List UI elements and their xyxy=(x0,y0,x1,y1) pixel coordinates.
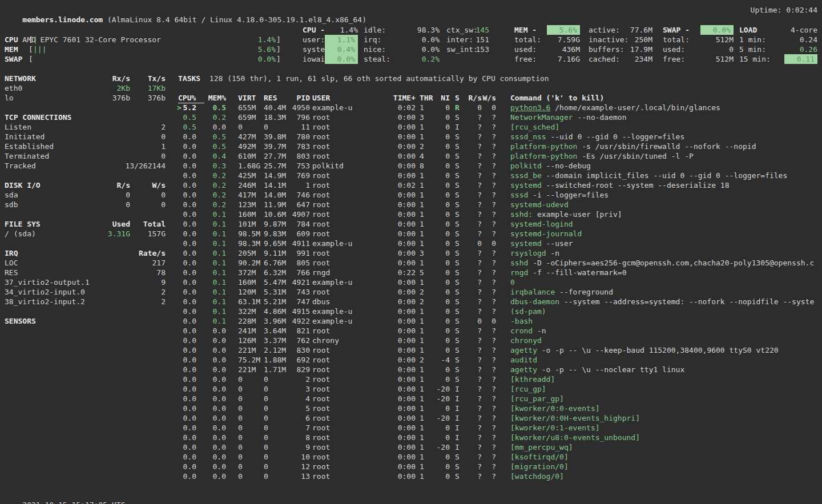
proc-mem: 0.0 xyxy=(204,336,226,345)
bar-label: CPU xyxy=(5,35,18,45)
process-row[interactable]: 0.00.00012root0:0010S??[migration/0] xyxy=(0,462,822,471)
proc-status: S xyxy=(455,132,460,142)
process-row[interactable]: 0.00.1228M3.96M4922example-u0:0010S00-ba… xyxy=(0,316,822,326)
proc-cpu: 0.0 xyxy=(180,433,196,442)
proc-command-name: systemd xyxy=(510,181,542,189)
stat-value: 0.24 xyxy=(800,35,817,45)
proc-command-args: -o -p -- \u --noclear tty1 linux xyxy=(537,365,684,374)
process-row[interactable]: 0.00.190.2M6.76M805root0:0010S??sshd -D … xyxy=(0,258,822,268)
process-row[interactable]: 0.00.1120M5.31M743root0:0020S??irqbalanc… xyxy=(0,287,822,297)
proc-cpu: 0.0 xyxy=(180,471,196,481)
proc-write-per-sec: ? xyxy=(482,355,496,365)
proc-cpu: 0.5 xyxy=(180,122,196,132)
process-row[interactable]: 0.00.2123M11.9M647root0:0010S??systemd-u… xyxy=(0,200,822,209)
proc-mem: 0.1 xyxy=(204,268,226,277)
proc-command: (sd-pam) xyxy=(510,307,822,316)
process-row[interactable]: >5.20.5655M40.4M4950example-u0:0210R00py… xyxy=(0,103,822,112)
process-row[interactable]: 0.00.1160M5.47M4921example-u0:0010S??0 xyxy=(0,277,822,287)
proc-command: -bash xyxy=(510,316,822,326)
proc-cpu: 0.0 xyxy=(180,277,196,287)
proc-write-per-sec: ? xyxy=(482,307,496,316)
process-row[interactable]: 0.00.5427M39.8M780root0:0010S??sssd_nss … xyxy=(0,132,822,142)
process-row[interactable]: 0.00.0008root0:0010I??[kworker/u8:0-even… xyxy=(0,433,822,442)
process-row[interactable]: 0.00.075.2M1.88M692root0:002-4S??auditd xyxy=(0,355,822,365)
proc-thr: 1 xyxy=(420,471,424,481)
proc-mem: 0.0 xyxy=(204,413,226,423)
process-row[interactable]: 0.00.0007root0:0010I??[kworker/0:1-event… xyxy=(0,423,822,433)
process-row[interactable]: 0.00.0006root0:001-20I??[kworker/0:0H-ev… xyxy=(0,413,822,423)
proc-status: S xyxy=(455,209,460,219)
proc-thr: 3 xyxy=(420,112,424,122)
proc-read-per-sec: ? xyxy=(468,374,482,384)
process-row[interactable]: 0.00.31.68G25.7M753polkitd0:0080S??polki… xyxy=(0,161,822,171)
proc-pid: 821 xyxy=(283,326,310,336)
proc-read-per-sec: ? xyxy=(468,471,482,481)
proc-user: root xyxy=(312,209,330,219)
proc-command-args: --no-debug xyxy=(542,162,591,170)
proc-virt: 0 xyxy=(238,471,243,481)
process-row[interactable]: 0.00.1372M6.32M766rngd0:2250S??rngd -f -… xyxy=(0,268,822,277)
proc-thr: 4 xyxy=(420,151,424,161)
proc-res: 0 xyxy=(264,433,268,442)
process-row[interactable]: 0.00.00013root0:0010S??[watchdog/0] xyxy=(0,471,822,481)
process-row[interactable]: 0.00.0221M1.71M829root0:0010S??agetty -o… xyxy=(0,365,822,374)
process-row[interactable]: 0.00.0221M2.12M830root0:0010S??agetty -o… xyxy=(0,345,822,355)
proc-status: S xyxy=(455,355,460,365)
stat-label: free: xyxy=(514,54,537,64)
proc-read-per-sec: ? xyxy=(468,404,482,413)
proc-user: root xyxy=(312,112,330,122)
proc-virt: 492M xyxy=(238,142,256,151)
proc-time: 0:00 xyxy=(384,345,416,355)
process-row[interactable]: 0.00.5492M39.7M783root0:0020S??platform-… xyxy=(0,142,822,151)
stat-label: 1 min: xyxy=(739,35,766,45)
process-row[interactable]: 0.00.1205M9.11M991root0:0030S??rsyslogd … xyxy=(0,248,822,258)
proc-pid: 13 xyxy=(283,471,310,481)
proc-time: 0:00 xyxy=(384,471,416,481)
proc-command-name: systemd-journald xyxy=(510,229,582,238)
sidebar-row-label: eth0 xyxy=(5,83,22,93)
process-row[interactable]: 0.00.0009root0:001-20I??[mm_percpu_wq] xyxy=(0,442,822,452)
process-row[interactable]: 0.50.2659M18.3M796root0:0030S??NetworkMa… xyxy=(0,112,822,122)
proc-thr: 1 xyxy=(420,336,424,345)
proc-mem: 0.1 xyxy=(204,229,226,239)
process-row[interactable]: 0.00.2425M14.9M769root0:0010S??sssd_be -… xyxy=(0,171,822,180)
proc-pid: 747 xyxy=(283,297,310,307)
proc-time: 0:00 xyxy=(384,442,416,452)
process-row[interactable]: 0.00.2417M14.0M746root0:0010S??sssd -i -… xyxy=(0,190,822,200)
proc-user: root xyxy=(312,404,330,413)
proc-command: [kworker/0:0-events] xyxy=(510,404,822,413)
process-row[interactable]: 0.00.0126M3.37M762chrony0:0010S??chronyd xyxy=(0,336,822,345)
proc-pid: 829 xyxy=(283,365,310,374)
process-row[interactable]: 0.00.0004root0:001-20I??[rcu_par_gp] xyxy=(0,394,822,404)
proc-read-per-sec: ? xyxy=(468,180,482,190)
proc-command: systemd-journald xyxy=(510,229,822,239)
proc-command-name: systemd-logind xyxy=(510,220,573,228)
process-row[interactable]: 0.00.0002root0:0010S??[kthreadd] xyxy=(0,374,822,384)
proc-command-name: python3.6 xyxy=(510,103,550,112)
process-row[interactable]: 0.50.00011root0:0010I??[rcu_sched] xyxy=(0,122,822,132)
process-row[interactable]: 0.00.1322M4.86M4915example-u0:0010S??(sd… xyxy=(0,307,822,316)
process-row[interactable]: 0.00.198.3M9.65M4911example-u0:0010S00sy… xyxy=(0,239,822,248)
process-row[interactable]: 0.00.198.5M9.83M609root0:0010S??systemd-… xyxy=(0,229,822,239)
process-row[interactable]: 0.00.0005root0:0010I??[kworker/0:0-event… xyxy=(0,404,822,413)
proc-command-args: -n xyxy=(546,249,559,257)
proc-command: platform-python -s /usr/sbin/firewalld -… xyxy=(510,142,822,151)
proc-time: 0:00 xyxy=(384,229,416,239)
process-row[interactable]: 0.00.4610M27.7M803root0:0040S??platform-… xyxy=(0,151,822,161)
process-row[interactable]: 0.00.0241M3.64M821root0:0010S??crond -n xyxy=(0,326,822,336)
process-row[interactable]: 0.00.00010root0:0010S??[ksoftirqd/0] xyxy=(0,452,822,462)
stat-value: 436M xyxy=(562,45,580,54)
process-row[interactable]: 0.00.0003root0:001-20I??[rcu_gp] xyxy=(0,384,822,394)
process-row[interactable]: 0.00.2246M14.1M1root0:0210S??systemd --s… xyxy=(0,180,822,190)
proc-ni: 0 xyxy=(435,365,450,374)
proc-command-name: systemd-udevd xyxy=(510,200,569,209)
process-row[interactable]: 0.00.1101M9.87M784root0:0010S??systemd-l… xyxy=(0,219,822,229)
proc-thr: 1 xyxy=(420,316,424,326)
process-row[interactable]: 0.00.163.1M5.21M747dbus0:0020S??dbus-dae… xyxy=(0,297,822,307)
sidebar-row: lo376b376b xyxy=(0,93,822,103)
proc-mem: 0.0 xyxy=(204,355,226,365)
proc-ni: 0 xyxy=(435,433,450,442)
process-row[interactable]: 0.00.1160M10.6M4907root0:0010S??sshd: ex… xyxy=(0,209,822,219)
proc-command: systemd --user xyxy=(510,239,822,248)
proc-thr: 1 xyxy=(420,258,424,268)
